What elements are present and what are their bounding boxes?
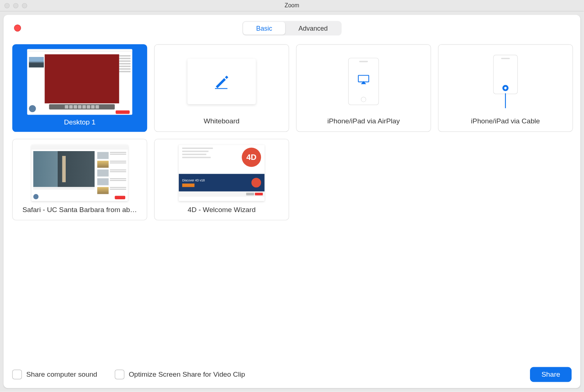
svg-rect-1 bbox=[358, 75, 369, 82]
option-label: Desktop 1 bbox=[64, 118, 95, 125]
close-window-icon[interactable] bbox=[4, 3, 9, 8]
share-option-desktop-1[interactable]: Desktop 1 bbox=[12, 44, 147, 132]
checkbox-icon bbox=[115, 370, 124, 379]
option-label: 4D - Welcome Wizard bbox=[188, 206, 256, 214]
optimize-video-checkbox[interactable]: Optimize Screen Share for Video Clip bbox=[115, 370, 245, 379]
svg-rect-0 bbox=[215, 88, 227, 89]
share-option-airplay[interactable]: iPhone/iPad via AirPlay bbox=[296, 44, 431, 132]
titlebar: Zoom bbox=[0, 0, 584, 11]
pencil-icon bbox=[213, 73, 230, 90]
share-option-cable[interactable]: iPhone/iPad via Cable bbox=[438, 44, 573, 132]
option-label: iPhone/iPad via Cable bbox=[471, 118, 540, 126]
share-option-whiteboard[interactable]: Whiteboard bbox=[154, 44, 289, 132]
panel-header: Basic Advanced bbox=[4, 15, 580, 40]
share-panel: Basic Advanced bbox=[4, 15, 580, 388]
4d-banner-title: Discover 4D v18 bbox=[182, 178, 205, 181]
checkbox-icon bbox=[12, 370, 22, 379]
zoom-share-window: Zoom Basic Advanced bbox=[0, 0, 584, 392]
option-label: iPhone/iPad via AirPlay bbox=[327, 118, 400, 126]
tab-basic[interactable]: Basic bbox=[243, 22, 285, 35]
minimize-window-icon[interactable] bbox=[13, 3, 18, 8]
zoom-window-icon[interactable] bbox=[22, 3, 27, 8]
recording-indicator-icon bbox=[14, 24, 21, 31]
thumbnail bbox=[16, 144, 143, 203]
window-title: Zoom bbox=[285, 2, 299, 9]
share-option-safari[interactable]: Safari - UC Santa Barbara from ab… bbox=[12, 139, 147, 220]
option-label: Whiteboard bbox=[204, 118, 239, 126]
thumbnail bbox=[158, 49, 285, 114]
checkbox-label: Share computer sound bbox=[26, 370, 97, 378]
cable-icon bbox=[505, 93, 506, 108]
traffic-lights bbox=[0, 3, 27, 8]
share-mode-tabs: Basic Advanced bbox=[242, 21, 342, 36]
thumbnail bbox=[442, 49, 569, 114]
footer-bar: Share computer sound Optimize Screen Sha… bbox=[4, 361, 580, 388]
thumbnail bbox=[300, 49, 427, 114]
share-button[interactable]: Share bbox=[530, 367, 572, 382]
option-label: Safari - UC Santa Barbara from ab… bbox=[23, 206, 137, 214]
share-option-4d[interactable]: 4D Discover 4D v18 bbox=[154, 139, 289, 220]
share-options-grid: Desktop 1 Whiteboard bbox=[4, 40, 580, 229]
tab-advanced[interactable]: Advanced bbox=[285, 22, 341, 35]
4d-logo-icon: 4D bbox=[242, 147, 261, 167]
thumbnail bbox=[16, 49, 143, 115]
share-sound-checkbox[interactable]: Share computer sound bbox=[12, 370, 97, 379]
thumbnail: 4D Discover 4D v18 bbox=[158, 144, 285, 203]
checkbox-label: Optimize Screen Share for Video Clip bbox=[129, 370, 245, 378]
airplay-icon bbox=[358, 75, 369, 84]
home-button-icon bbox=[502, 85, 508, 91]
